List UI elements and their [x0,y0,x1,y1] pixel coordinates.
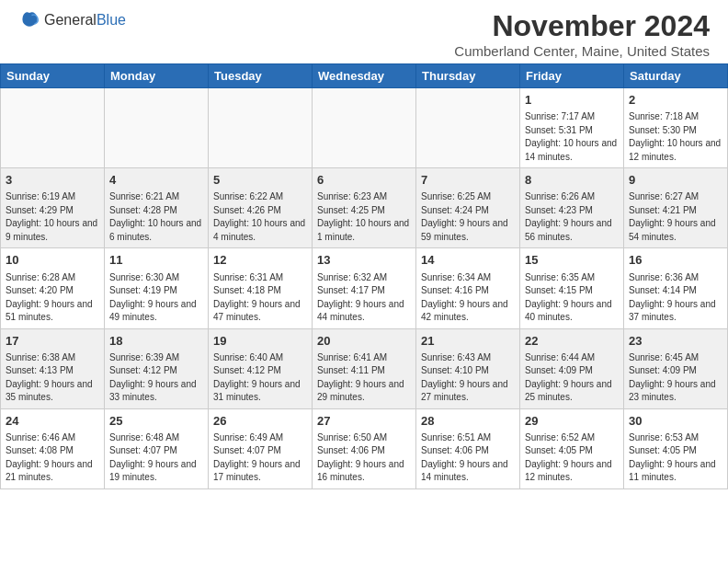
calendar-cell: 7Sunrise: 6:25 AM Sunset: 4:24 PM Daylig… [416,168,520,248]
day-number: 3 [6,172,99,189]
calendar-cell: 10Sunrise: 6:28 AM Sunset: 4:20 PM Dayli… [1,248,105,328]
calendar-cell: 27Sunrise: 6:50 AM Sunset: 4:06 PM Dayli… [313,408,416,488]
calendar-cell [105,88,209,168]
calendar-cell: 5Sunrise: 6:22 AM Sunset: 4:26 PM Daylig… [209,168,313,248]
cell-info: Sunrise: 7:17 AM Sunset: 5:31 PM Dayligh… [525,110,619,164]
day-number: 30 [629,413,722,430]
calendar-cell [209,88,313,168]
calendar-cell: 24Sunrise: 6:46 AM Sunset: 4:08 PM Dayli… [1,408,105,488]
cell-info: Sunrise: 6:28 AM Sunset: 4:20 PM Dayligh… [6,271,99,325]
calendar-cell [1,88,105,168]
day-number: 7 [421,172,515,189]
cell-info: Sunrise: 6:19 AM Sunset: 4:29 PM Dayligh… [6,190,99,244]
day-number: 25 [109,413,203,430]
calendar-cell: 8Sunrise: 6:26 AM Sunset: 4:23 PM Daylig… [520,168,624,248]
month-title: November 2024 [454,9,710,43]
calendar-cell: 3Sunrise: 6:19 AM Sunset: 4:29 PM Daylig… [1,168,105,248]
calendar-cell: 26Sunrise: 6:49 AM Sunset: 4:07 PM Dayli… [209,408,313,488]
cell-info: Sunrise: 6:27 AM Sunset: 4:21 PM Dayligh… [629,190,722,244]
day-number: 17 [6,333,99,350]
day-number: 22 [525,333,619,350]
day-header-wednesday: Wednesday [313,64,416,88]
cell-info: Sunrise: 6:39 AM Sunset: 4:12 PM Dayligh… [109,351,203,405]
calendar-cell: 13Sunrise: 6:32 AM Sunset: 4:17 PM Dayli… [313,248,416,328]
calendar-cell: 9Sunrise: 6:27 AM Sunset: 4:21 PM Daylig… [624,168,728,248]
day-number: 15 [525,252,619,269]
calendar-cell: 20Sunrise: 6:41 AM Sunset: 4:11 PM Dayli… [313,328,416,408]
cell-info: Sunrise: 6:31 AM Sunset: 4:18 PM Dayligh… [213,271,307,325]
calendar-cell [313,88,416,168]
calendar-cell: 22Sunrise: 6:44 AM Sunset: 4:09 PM Dayli… [520,328,624,408]
day-number: 4 [109,172,203,189]
cell-info: Sunrise: 6:48 AM Sunset: 4:07 PM Dayligh… [109,431,203,485]
calendar-cell: 16Sunrise: 6:36 AM Sunset: 4:14 PM Dayli… [624,248,728,328]
cell-info: Sunrise: 6:44 AM Sunset: 4:09 PM Dayligh… [525,351,619,405]
cell-info: Sunrise: 6:41 AM Sunset: 4:11 PM Dayligh… [317,351,411,405]
calendar-cell: 4Sunrise: 6:21 AM Sunset: 4:28 PM Daylig… [105,168,209,248]
calendar-cell: 17Sunrise: 6:38 AM Sunset: 4:13 PM Dayli… [1,328,105,408]
calendar-cell: 25Sunrise: 6:48 AM Sunset: 4:07 PM Dayli… [105,408,209,488]
day-number: 27 [317,413,411,430]
cell-info: Sunrise: 6:22 AM Sunset: 4:26 PM Dayligh… [213,190,307,244]
cell-info: Sunrise: 6:51 AM Sunset: 4:06 PM Dayligh… [421,431,515,485]
cell-info: Sunrise: 6:43 AM Sunset: 4:10 PM Dayligh… [421,351,515,405]
logo-text: GeneralBlue [44,12,126,29]
day-number: 20 [317,333,411,350]
calendar-cell: 23Sunrise: 6:45 AM Sunset: 4:09 PM Dayli… [624,328,728,408]
cell-info: Sunrise: 6:35 AM Sunset: 4:15 PM Dayligh… [525,271,619,325]
calendar-cell: 2Sunrise: 7:18 AM Sunset: 5:30 PM Daylig… [624,88,728,168]
location: Cumberland Center, Maine, United States [454,43,710,59]
day-number: 23 [629,333,722,350]
calendar-cell: 29Sunrise: 6:52 AM Sunset: 4:05 PM Dayli… [520,408,624,488]
day-number: 12 [213,252,307,269]
day-number: 1 [525,92,619,109]
cell-info: Sunrise: 6:45 AM Sunset: 4:09 PM Dayligh… [629,351,722,405]
day-header-saturday: Saturday [624,64,728,88]
calendar-cell: 1Sunrise: 7:17 AM Sunset: 5:31 PM Daylig… [520,88,624,168]
calendar-cell: 21Sunrise: 6:43 AM Sunset: 4:10 PM Dayli… [416,328,520,408]
day-number: 11 [109,252,203,269]
calendar-cell: 12Sunrise: 6:31 AM Sunset: 4:18 PM Dayli… [209,248,313,328]
cell-info: Sunrise: 6:34 AM Sunset: 4:16 PM Dayligh… [421,271,515,325]
cell-info: Sunrise: 7:18 AM Sunset: 5:30 PM Dayligh… [629,110,722,164]
day-number: 2 [629,92,722,109]
cell-info: Sunrise: 6:23 AM Sunset: 4:25 PM Dayligh… [317,190,411,244]
day-number: 9 [629,172,722,189]
day-header-friday: Friday [520,64,624,88]
day-number: 28 [421,413,515,430]
calendar-cell: 19Sunrise: 6:40 AM Sunset: 4:12 PM Dayli… [209,328,313,408]
calendar-cell [416,88,520,168]
day-header-thursday: Thursday [416,64,520,88]
day-number: 19 [213,333,307,350]
day-header-tuesday: Tuesday [209,64,313,88]
day-number: 10 [6,252,99,269]
calendar-table: SundayMondayTuesdayWednesdayThursdayFrid… [0,63,728,489]
page-header: GeneralBlue November 2024 Cumberland Cen… [0,0,728,63]
cell-info: Sunrise: 6:53 AM Sunset: 4:05 PM Dayligh… [629,431,722,485]
day-number: 8 [525,172,619,189]
day-header-monday: Monday [105,64,209,88]
calendar-cell: 14Sunrise: 6:34 AM Sunset: 4:16 PM Dayli… [416,248,520,328]
cell-info: Sunrise: 6:25 AM Sunset: 4:24 PM Dayligh… [421,190,515,244]
cell-info: Sunrise: 6:21 AM Sunset: 4:28 PM Dayligh… [109,190,203,244]
cell-info: Sunrise: 6:38 AM Sunset: 4:13 PM Dayligh… [6,351,99,405]
calendar-cell: 18Sunrise: 6:39 AM Sunset: 4:12 PM Dayli… [105,328,209,408]
calendar-cell: 6Sunrise: 6:23 AM Sunset: 4:25 PM Daylig… [313,168,416,248]
cell-info: Sunrise: 6:40 AM Sunset: 4:12 PM Dayligh… [213,351,307,405]
cell-info: Sunrise: 6:32 AM Sunset: 4:17 PM Dayligh… [317,271,411,325]
cell-info: Sunrise: 6:50 AM Sunset: 4:06 PM Dayligh… [317,431,411,485]
cell-info: Sunrise: 6:46 AM Sunset: 4:08 PM Dayligh… [6,431,99,485]
cell-info: Sunrise: 6:52 AM Sunset: 4:05 PM Dayligh… [525,431,619,485]
logo: GeneralBlue [18,9,126,31]
day-number: 24 [6,413,99,430]
day-number: 6 [317,172,411,189]
calendar-cell: 15Sunrise: 6:35 AM Sunset: 4:15 PM Dayli… [520,248,624,328]
calendar-cell: 28Sunrise: 6:51 AM Sunset: 4:06 PM Dayli… [416,408,520,488]
day-header-sunday: Sunday [1,64,105,88]
cell-info: Sunrise: 6:36 AM Sunset: 4:14 PM Dayligh… [629,271,722,325]
cell-info: Sunrise: 6:26 AM Sunset: 4:23 PM Dayligh… [525,190,619,244]
title-section: November 2024 Cumberland Center, Maine, … [454,9,710,59]
calendar-cell: 30Sunrise: 6:53 AM Sunset: 4:05 PM Dayli… [624,408,728,488]
cell-info: Sunrise: 6:30 AM Sunset: 4:19 PM Dayligh… [109,271,203,325]
day-number: 5 [213,172,307,189]
